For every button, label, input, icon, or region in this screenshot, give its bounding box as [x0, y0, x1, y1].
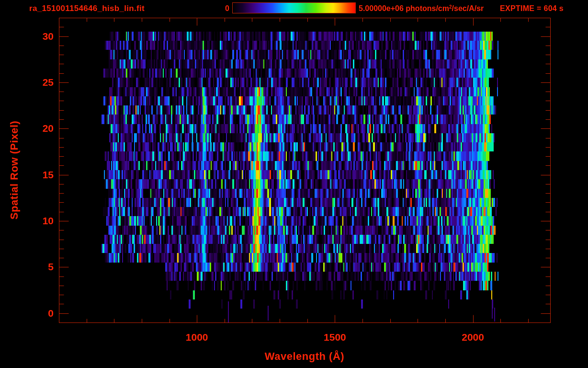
spectral-heatmap-canvas [0, 0, 588, 368]
colorbar-max-label: 5.00000e+06 photons/cm2/sec/A/sr [359, 4, 484, 13]
plot-window: ra_151001154646_hisb_lin.fit 0 5.00000e+… [0, 0, 588, 368]
colorbar-max-value: 5.00000e+06 [359, 4, 404, 12]
colorbar-units-superscript: 2 [449, 4, 452, 10]
colorbar-units-pre: photons/cm [404, 4, 449, 12]
colorbar-gradient [233, 3, 355, 13]
exptime-label: EXPTIME = 604 s [500, 4, 564, 13]
x-tick-label: 2000 [462, 332, 484, 343]
file-title: ra_151001154646_hisb_lin.fit [29, 4, 145, 13]
y-tick-label: 10 [43, 215, 54, 227]
y-tick-label: 20 [43, 123, 54, 134]
y-tick-label: 5 [48, 261, 54, 273]
y-tick-label: 15 [43, 169, 54, 181]
x-axis-title: Wavelength (Å) [265, 350, 344, 363]
y-tick-label: 0 [48, 308, 54, 319]
y-axis-title: Spatial Row (Pixel) [8, 121, 21, 219]
colorbar [232, 2, 356, 13]
colorbar-min-label: 0 [225, 4, 229, 13]
x-tick-label: 1500 [324, 332, 346, 343]
colorbar-units-post: /sec/A/sr [452, 4, 484, 12]
y-tick-label: 25 [43, 77, 54, 88]
y-tick-label: 30 [43, 31, 54, 42]
x-tick-label: 1000 [186, 332, 208, 343]
